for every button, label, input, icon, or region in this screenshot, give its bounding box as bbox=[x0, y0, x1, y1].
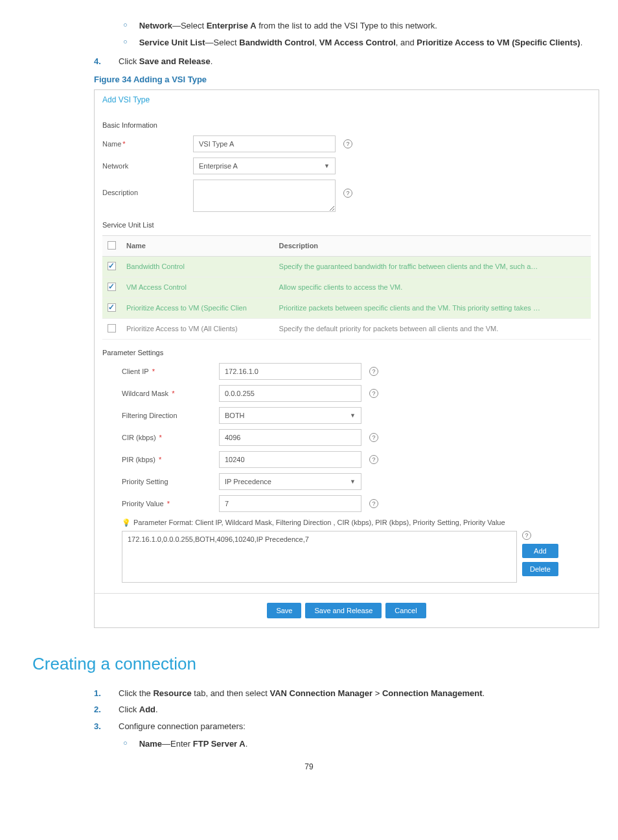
param-settings-header: Parameter Settings bbox=[102, 349, 591, 356]
step-number: 1. bbox=[94, 687, 119, 700]
bullet-text: Network—Select Enterprise A from the lis… bbox=[139, 19, 437, 32]
wildcard-label: Wildcard Mask * bbox=[122, 390, 219, 397]
client-ip-input[interactable] bbox=[219, 363, 361, 380]
help-icon[interactable]: ? bbox=[343, 139, 352, 148]
pir-label: PIR (kbps) * bbox=[122, 456, 219, 463]
chevron-down-icon: ▼ bbox=[324, 163, 330, 169]
pir-input[interactable] bbox=[219, 451, 361, 468]
description-label: Description bbox=[102, 180, 193, 196]
delete-button[interactable]: Delete bbox=[522, 562, 558, 576]
step-1: 1. Click the Resource tab, and then sele… bbox=[94, 687, 586, 700]
step-number: 3. bbox=[94, 720, 119, 733]
description-input[interactable] bbox=[193, 180, 336, 212]
cir-input[interactable] bbox=[219, 429, 361, 446]
basic-info-header: Basic Information bbox=[102, 121, 591, 129]
chevron-down-icon: ▼ bbox=[350, 412, 356, 419]
page-number: 79 bbox=[32, 762, 586, 771]
priority-value-input[interactable] bbox=[219, 495, 361, 512]
step-number: 4. bbox=[94, 55, 119, 68]
svc-desc: Prioritize packets between specific clie… bbox=[274, 298, 591, 318]
step-text: Click Add. bbox=[119, 703, 158, 716]
svc-name: Bandwidth Control bbox=[121, 256, 274, 277]
bullet-network: ○ Network—Select Enterprise A from the l… bbox=[123, 19, 586, 32]
checkbox[interactable] bbox=[108, 303, 116, 312]
name-label: Name* bbox=[102, 140, 193, 148]
parameter-line: 172.16.1.0,0.0.0.255,BOTH,4096,10240,IP … bbox=[128, 535, 309, 543]
save-button[interactable]: Save bbox=[267, 603, 301, 618]
priority-setting-label: Priority Setting bbox=[122, 478, 219, 485]
service-unit-header: Service Unit List bbox=[102, 221, 591, 229]
step-2: 2. Click Add. bbox=[94, 703, 586, 716]
help-icon[interactable]: ? bbox=[369, 433, 378, 442]
step-text: Click the Resource tab, and then select … bbox=[119, 687, 485, 700]
dropdown-value: BOTH bbox=[225, 412, 245, 419]
dropdown-value: IP Precedence bbox=[225, 478, 271, 485]
priority-value-label: Priority Value * bbox=[122, 500, 219, 508]
svc-desc: Allow specific clients to access the VM. bbox=[274, 277, 591, 298]
network-dropdown[interactable]: Enterprise A ▼ bbox=[193, 158, 336, 174]
help-icon[interactable]: ? bbox=[369, 389, 378, 398]
service-unit-table: Name Description Bandwidth Control Speci… bbox=[102, 235, 591, 340]
step-text: Configure connection parameters: bbox=[119, 720, 246, 733]
help-icon[interactable]: ? bbox=[369, 499, 378, 508]
bullet-name: ○ Name—Enter FTP Server A. bbox=[123, 738, 586, 751]
svc-name: VM Access Control bbox=[121, 277, 274, 298]
col-desc: Description bbox=[274, 235, 591, 256]
name-input[interactable] bbox=[193, 135, 336, 152]
cir-label: CIR (kbps) * bbox=[122, 434, 219, 441]
filter-dir-label: Filtering Direction bbox=[122, 412, 219, 419]
chevron-down-icon: ▼ bbox=[350, 478, 356, 485]
table-row[interactable]: Bandwidth Control Specify the guaranteed… bbox=[102, 256, 591, 277]
figure-caption: Figure 34 Adding a VSI Type bbox=[94, 75, 586, 84]
network-label: Network bbox=[102, 162, 193, 170]
priority-setting-dropdown[interactable]: IP Precedence ▼ bbox=[219, 473, 361, 490]
checkbox[interactable] bbox=[108, 283, 116, 291]
step-3: 3. Configure connection parameters: bbox=[94, 720, 586, 733]
table-row[interactable]: VM Access Control Allow specific clients… bbox=[102, 277, 591, 298]
checkbox[interactable] bbox=[108, 324, 116, 332]
filter-dir-dropdown[interactable]: BOTH ▼ bbox=[219, 407, 361, 424]
client-ip-label: Client IP * bbox=[122, 368, 219, 375]
table-row[interactable]: Prioritize Access to VM (All Clients) Sp… bbox=[102, 318, 591, 339]
checkbox-all[interactable] bbox=[108, 241, 116, 250]
help-icon[interactable]: ? bbox=[369, 455, 378, 464]
param-hint: 💡 Parameter Format: Client IP, Wildcard … bbox=[122, 519, 591, 527]
dropdown-value: Enterprise A bbox=[199, 162, 238, 170]
table-row[interactable]: Prioritize Access to VM (Specific Clien … bbox=[102, 298, 591, 318]
svc-desc: Specify the guaranteed bandwidth for tra… bbox=[274, 256, 591, 277]
bullet-text: Service Unit List—Select Bandwidth Contr… bbox=[139, 36, 583, 49]
bullet-icon: ○ bbox=[123, 19, 128, 32]
svc-name: Prioritize Access to VM (All Clients) bbox=[121, 318, 274, 339]
help-icon[interactable]: ? bbox=[369, 367, 378, 376]
svc-desc: Specify the default priority for packets… bbox=[274, 318, 591, 339]
help-icon[interactable]: ? bbox=[522, 531, 531, 540]
step-4: 4. Click Save and Release. bbox=[94, 55, 586, 68]
wildcard-input[interactable] bbox=[219, 385, 361, 402]
step-text: Click Save and Release. bbox=[119, 55, 212, 68]
add-vsi-panel: Add VSI Type Basic Information Name* ? N… bbox=[94, 89, 599, 628]
cancel-button[interactable]: Cancel bbox=[385, 603, 426, 618]
add-button[interactable]: Add bbox=[522, 544, 558, 558]
svc-name: Prioritize Access to VM (Specific Clien bbox=[121, 298, 274, 318]
save-release-button[interactable]: Save and Release bbox=[305, 603, 382, 618]
section-heading: Creating a connection bbox=[32, 654, 586, 674]
bulb-icon: 💡 bbox=[122, 519, 131, 527]
step-number: 2. bbox=[94, 703, 119, 716]
parameter-textarea[interactable]: 172.16.1.0,0.0.0.255,BOTH,4096,10240,IP … bbox=[122, 531, 517, 583]
action-bar: Save Save and Release Cancel bbox=[95, 593, 599, 627]
hint-text: Parameter Format: Client IP, Wildcard Ma… bbox=[133, 519, 505, 526]
checkbox[interactable] bbox=[108, 262, 116, 270]
help-icon[interactable]: ? bbox=[343, 189, 352, 198]
bullet-text: Name—Enter FTP Server A. bbox=[139, 738, 248, 751]
bullet-icon: ○ bbox=[123, 36, 128, 49]
bullet-service-unit: ○ Service Unit List—Select Bandwidth Con… bbox=[123, 36, 586, 49]
bullet-icon: ○ bbox=[123, 738, 128, 751]
panel-title: Add VSI Type bbox=[95, 90, 599, 110]
col-name: Name bbox=[121, 235, 274, 256]
